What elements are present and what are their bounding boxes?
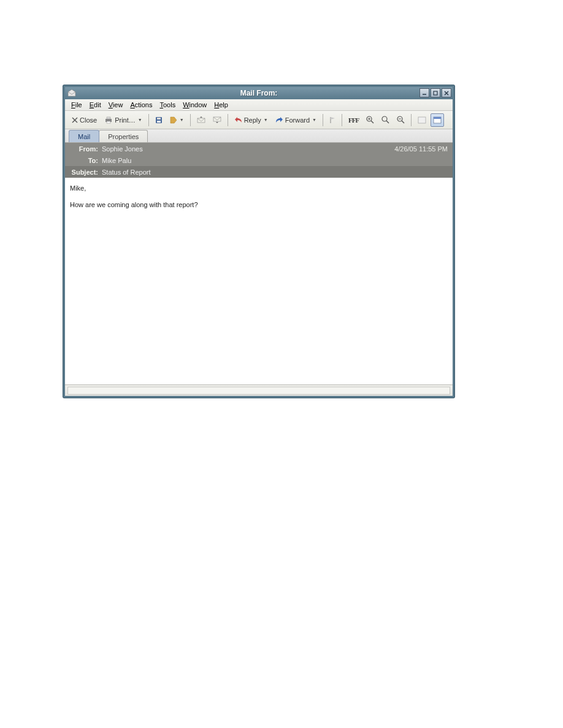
toolbar-separator	[148, 114, 149, 126]
svg-rect-14	[197, 118, 205, 123]
svg-line-21	[371, 121, 373, 123]
svg-line-27	[402, 121, 404, 123]
menu-file-rest: ile	[75, 101, 82, 108]
svg-rect-8	[107, 117, 110, 119]
print-icon	[104, 116, 113, 124]
dropdown-arrow-icon: ▼	[312, 118, 316, 122]
titlebar: Mail From:	[65, 87, 453, 99]
svg-rect-29	[418, 117, 426, 123]
svg-point-24	[382, 116, 387, 121]
forward-icon	[275, 116, 283, 123]
zoom-out-button[interactable]	[394, 113, 408, 127]
svg-rect-2	[434, 91, 437, 95]
svg-rect-9	[107, 121, 110, 123]
menu-view[interactable]: View	[105, 100, 127, 110]
date-value: 4/26/05 11:55 PM	[394, 145, 448, 153]
save-button[interactable]	[152, 113, 166, 127]
menu-window-rest: indow	[190, 101, 207, 108]
reply-label: Reply	[244, 116, 261, 124]
app-icon	[67, 88, 77, 98]
tab-mail[interactable]: Mail	[69, 130, 99, 142]
menu-file[interactable]: File	[67, 100, 86, 110]
flag-button[interactable]	[326, 113, 339, 127]
close-label: Close	[80, 116, 97, 124]
body-line-2: How are we coming along with that report…	[70, 200, 448, 210]
menu-window[interactable]: Window	[179, 100, 210, 110]
tab-row: Mail Properties	[65, 129, 453, 143]
view-header-icon	[433, 116, 442, 124]
flag-icon	[329, 116, 335, 124]
view-plain-icon	[418, 116, 426, 124]
zoom-icon	[381, 116, 389, 124]
toolbar-separator	[190, 114, 191, 126]
subject-value: Status of Report	[102, 169, 151, 176]
svg-marker-15	[200, 116, 202, 118]
toolbar-separator	[342, 114, 342, 126]
from-value: Sophie Jones	[102, 145, 143, 153]
prev-button[interactable]	[194, 113, 209, 127]
header-subject-row: Subject: Status of Report	[65, 166, 453, 178]
forward-button[interactable]: Forward ▼	[272, 113, 320, 127]
svg-marker-19	[331, 117, 335, 119]
from-label: From:	[70, 145, 102, 153]
menubar: File Edit View Actions Tools Window Help	[65, 99, 453, 111]
reply-button[interactable]: Reply ▼	[231, 113, 271, 127]
menu-help[interactable]: Help	[210, 100, 232, 110]
svg-marker-17	[216, 122, 218, 123]
view-plain-button[interactable]	[415, 113, 429, 127]
maximize-button[interactable]	[431, 88, 440, 97]
close-icon	[72, 117, 78, 123]
minimize-button[interactable]	[419, 88, 429, 97]
svg-rect-16	[213, 117, 221, 121]
header-from-row: From: Sophie Jones 4/26/05 11:55 PM	[65, 143, 453, 154]
window-controls	[419, 88, 451, 97]
print-button[interactable]: Print… ▼	[101, 113, 145, 127]
menu-tools-rest: ools	[163, 101, 175, 108]
zoom-reset-button[interactable]	[378, 113, 393, 127]
close-window-button[interactable]	[442, 88, 451, 97]
menu-help-rest: elp	[219, 101, 228, 108]
next-button[interactable]	[210, 113, 224, 127]
tag-icon	[170, 116, 177, 124]
svg-line-25	[386, 121, 389, 123]
tab-properties[interactable]: Properties	[99, 130, 148, 142]
message-body: Mike, How are we coming along with that …	[65, 178, 453, 385]
envelope-up-icon	[197, 116, 205, 123]
reply-icon	[234, 116, 242, 123]
svg-rect-11	[157, 118, 161, 119]
dropdown-arrow-icon: ▼	[180, 118, 184, 122]
dropdown-arrow-icon: ▼	[264, 118, 268, 122]
subject-label: Subject:	[70, 169, 102, 176]
statusbar	[65, 385, 453, 396]
to-value: Mike Palu	[102, 157, 131, 164]
print-label: Print…	[115, 116, 136, 124]
svg-rect-31	[434, 117, 441, 119]
toolbar-separator	[323, 114, 323, 126]
menu-edit[interactable]: Edit	[86, 100, 105, 110]
window-title: Mail From:	[240, 89, 278, 97]
fff-label: FFF	[348, 116, 359, 124]
svg-rect-12	[157, 121, 161, 123]
close-button[interactable]: Close	[69, 113, 100, 127]
save-icon	[155, 116, 163, 124]
status-well	[67, 387, 450, 395]
zoom-out-icon	[397, 116, 405, 124]
svg-marker-13	[170, 117, 177, 123]
menu-actions-rest: ctions	[135, 101, 153, 108]
dropdown-arrow-icon: ▼	[138, 118, 142, 122]
forward-label: Forward	[285, 116, 310, 124]
body-line-1: Mike,	[70, 184, 448, 193]
envelope-down-icon	[213, 116, 221, 123]
zoom-in-button[interactable]	[363, 113, 377, 127]
view-header-button[interactable]	[431, 113, 444, 127]
header-to-row: To: Mike Palu	[65, 154, 453, 166]
fff-button[interactable]: FFF	[345, 113, 362, 127]
to-label: To:	[70, 157, 102, 164]
menu-view-rest: iew	[113, 101, 123, 108]
mail-window: Mail From: File Edit View Actions Tools …	[63, 85, 454, 398]
menu-actions[interactable]: Actions	[126, 100, 156, 110]
tag-button[interactable]: ▼	[167, 113, 187, 127]
menu-edit-rest: dit	[94, 101, 101, 108]
toolbar-separator	[228, 114, 228, 126]
menu-tools[interactable]: Tools	[156, 100, 179, 110]
